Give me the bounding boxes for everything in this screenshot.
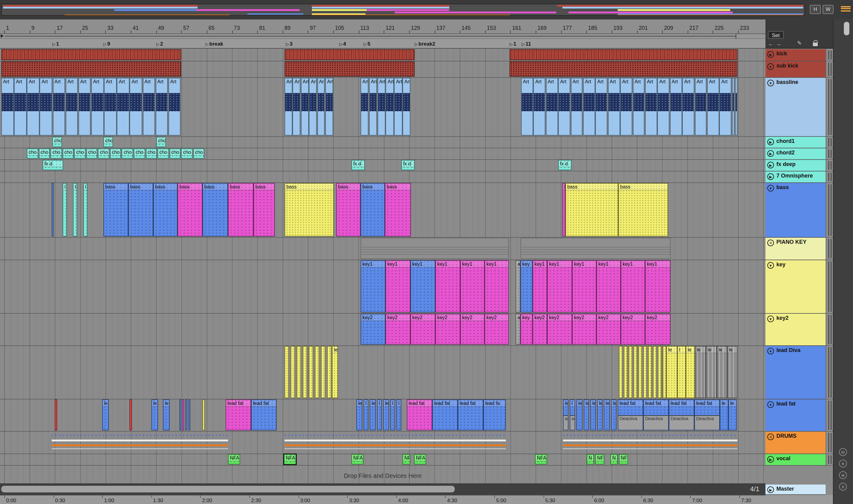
mixer-section-toggle-m[interactable]: M — [839, 471, 847, 479]
clip-lead-fat[interactable]: lead fa — [483, 399, 506, 430]
clip-bass[interactable]: bass — [103, 183, 128, 236]
clip-bass[interactable]: bass — [178, 183, 202, 236]
clip-key[interactable]: key1 — [621, 260, 645, 312]
clip-key[interactable]: key1 — [411, 260, 435, 312]
clip-bass[interactable]: t — [73, 183, 77, 236]
track-lane-omnisphere[interactable] — [0, 172, 765, 183]
clip-key2[interactable]: key2 — [411, 314, 435, 345]
track-header-piano-key[interactable]: ≡PIANO KEY — [765, 238, 825, 260]
clip-lead-diva[interactable]: le — [727, 346, 738, 398]
clip-lead-fat[interactable]: lead fat — [407, 399, 432, 430]
clip-lead-fat[interactable]: lead fatDeactiva — [643, 399, 669, 430]
clip-lead-fat[interactable]: le — [604, 399, 610, 430]
mixer-section-toggle-io[interactable]: IO — [839, 448, 847, 456]
group-fold-icon[interactable]: ≡ — [767, 433, 774, 440]
clip-vocal[interactable]: NFA — [284, 454, 296, 465]
clip-bassline[interactable]: Art — [533, 78, 546, 136]
horizontal-scrollbar[interactable] — [1, 486, 455, 492]
track-lane-fx-deep[interactable]: fx dfx dfx dfx d — [0, 160, 765, 172]
track-header-sub-kick[interactable]: ▼sub kick — [765, 61, 825, 78]
clip-lead-fat[interactable]: lead fat — [225, 399, 251, 430]
clip-bass[interactable]: bass — [228, 183, 254, 236]
clip-vocal[interactable]: N — [611, 454, 618, 465]
track-lane-lead-diva[interactable]: lelellelelelele — [0, 346, 765, 399]
track-header-lead-diva[interactable]: ▼lead Diva — [765, 346, 825, 399]
loop-strip[interactable]: ▶ — [0, 34, 765, 39]
clip-lead-fat[interactable]: le — [102, 399, 109, 430]
clip-bass[interactable]: bass — [285, 183, 334, 236]
clip-chord1[interactable]: cho — [156, 137, 166, 147]
next-locator-button[interactable]: → — [776, 40, 781, 48]
clip-bass[interactable]: l — [62, 183, 67, 236]
clip-lead-diva[interactable] — [629, 346, 632, 398]
clip-bassline[interactable]: Art — [546, 78, 558, 136]
clip-key[interactable]: key1 — [572, 260, 596, 312]
clip-bassline[interactable]: Art — [394, 78, 402, 136]
clip-bassline[interactable]: Art — [285, 78, 292, 136]
clip-lead-fat[interactable]: le — [591, 399, 596, 430]
track-lane-chord1[interactable]: chochocho — [0, 137, 765, 148]
clip-lead-diva[interactable] — [663, 346, 666, 398]
clip-piano-key[interactable] — [361, 238, 509, 259]
clip-lead-fat[interactable]: lead fat — [251, 399, 277, 430]
track-header-kick[interactable]: ▶kick — [765, 49, 825, 61]
clip-bassline[interactable]: Art — [309, 78, 317, 136]
clip-fx-deep[interactable]: fx d — [558, 160, 571, 170]
clip-bassline[interactable]: A — [735, 78, 738, 136]
clip-bassline[interactable]: Art — [620, 78, 632, 136]
clip-chord2[interactable]: cho — [169, 148, 181, 159]
clip-key2[interactable]: key2 — [547, 314, 572, 345]
clip-key[interactable]: act — [515, 260, 521, 312]
track-lane-sub-kick[interactable] — [0, 61, 765, 78]
optimize-height-button[interactable]: H — [810, 5, 821, 14]
clip-chord2[interactable]: cho — [146, 148, 157, 159]
locator-marker[interactable]: ▷5 — [364, 40, 370, 48]
track-lane-kick[interactable] — [0, 49, 765, 61]
clip-chord2[interactable]: cho — [98, 148, 109, 159]
draw-mode-icon[interactable]: ✎ — [797, 39, 802, 47]
track-play-icon[interactable]: ▶ — [767, 486, 774, 493]
clip-lead-fat[interactable]: le — [383, 399, 389, 430]
clip-lead-fat[interactable]: lead fat — [458, 399, 483, 430]
track-lane-key[interactable]: key1key1key1key1key1key1actkeykey1key1ke… — [0, 260, 765, 314]
clip-key[interactable]: key — [521, 260, 532, 312]
clip-bass[interactable]: bass — [361, 183, 385, 236]
clip-key[interactable]: key1 — [385, 260, 411, 312]
clip-key2[interactable]: key — [521, 314, 532, 345]
clip-lead-fat[interactable]: leac — [563, 399, 568, 430]
clip-vocal[interactable]: NF — [595, 454, 604, 465]
clip-lead-fat[interactable]: le — [720, 399, 728, 430]
clip-lead-fat[interactable]: le — [151, 399, 158, 430]
track-lane-lead-fat[interactable]: lelelelead fatlead fatlellellelllead fat… — [0, 399, 765, 432]
clip-bassline[interactable]: Art — [361, 78, 369, 136]
locator-lane[interactable]: ▷1▷9▷2▷break▷3▷4▷5▷break2▷1▷11 — [0, 39, 765, 49]
clip-bass[interactable]: bass — [254, 183, 275, 236]
clip-key[interactable]: key1 — [435, 260, 460, 312]
track-fold-icon[interactable]: ▼ — [767, 63, 774, 70]
clip-vocal[interactable]: NFA — [535, 454, 547, 465]
clip-lead-fat[interactable] — [129, 399, 132, 430]
clip-kick[interactable] — [509, 49, 738, 60]
track-play-icon[interactable]: ▶ — [767, 162, 774, 168]
clip-lead-fat[interactable]: le — [370, 399, 376, 430]
clip-key2[interactable]: key2 — [645, 314, 671, 345]
clip-bassline[interactable]: Art — [301, 78, 309, 136]
locator-marker[interactable]: ▷11 — [522, 40, 531, 48]
track-header-master[interactable]: ▶ Master — [765, 485, 825, 495]
clip-key[interactable]: key1 — [645, 260, 671, 312]
clip-key[interactable]: key1 — [460, 260, 485, 312]
track-play-icon[interactable]: ▶ — [767, 173, 774, 180]
clip-bassline[interactable]: Art — [325, 78, 333, 136]
clip-lead-diva[interactable] — [619, 346, 622, 398]
track-lane-key2[interactable]: key2key2key2key2key2key2actkeykey2key2ke… — [0, 314, 765, 346]
clip-lead-diva[interactable]: le — [706, 346, 717, 398]
clip-bassline[interactable]: Art — [168, 78, 181, 136]
arrangement-end-marker[interactable] — [736, 34, 736, 39]
clip-lead-fat[interactable]: l — [364, 399, 368, 430]
clip-lead-diva[interactable]: le — [717, 346, 727, 398]
track-fold-icon[interactable]: ▼ — [767, 316, 774, 322]
clip-key[interactable]: key1 — [485, 260, 509, 312]
clip-lead-fat[interactable] — [55, 399, 57, 430]
clip-chord1[interactable]: cho — [103, 137, 113, 147]
clip-chord1[interactable]: cho — [52, 137, 62, 147]
